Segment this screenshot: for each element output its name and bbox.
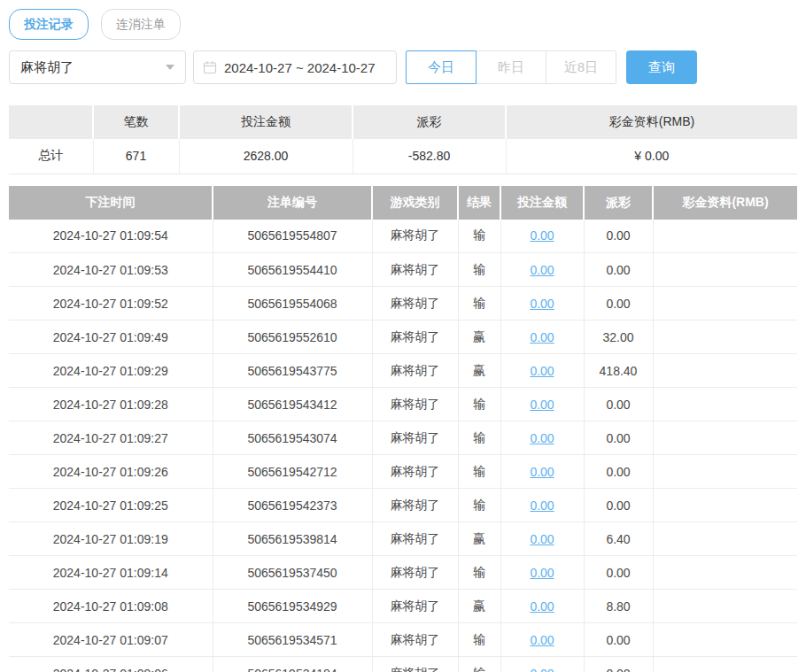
bet-amount-cell: 0.00	[500, 287, 584, 321]
payout-cell: 0.00	[584, 421, 653, 455]
order-id-cell: 5065619543775	[213, 354, 372, 388]
payout-cell: 0.00	[584, 556, 653, 590]
bonus-cell	[653, 489, 797, 522]
table-row: 2024-10-27 01:09:52 5065619554068 麻将胡了 输…	[9, 287, 797, 321]
bonus-cell	[653, 388, 797, 421]
table-row: 2024-10-27 01:09:14 5065619537450 麻将胡了 输…	[9, 556, 797, 590]
bet-amount-link[interactable]: 0.00	[530, 297, 554, 311]
payout-cell: 6.40	[584, 522, 653, 556]
bet-amount-link[interactable]: 0.00	[530, 228, 554, 243]
bonus-cell	[653, 522, 797, 556]
bet-time-cell: 2024-10-27 01:09:53	[9, 253, 213, 287]
result-cell: 输	[458, 623, 500, 657]
table-row: 2024-10-27 01:09:54 5065619554807 麻将胡了 输…	[9, 220, 797, 253]
result-cell: 输	[458, 489, 500, 522]
bet-amount-cell: 0.00	[500, 556, 584, 590]
game-select[interactable]: 麻将胡了	[9, 50, 186, 84]
summary-header-count: 笔数	[93, 105, 179, 139]
game-type-cell: 麻将胡了	[372, 455, 458, 489]
bet-amount-link[interactable]: 0.00	[530, 431, 554, 445]
bet-amount-link[interactable]: 0.00	[530, 633, 554, 647]
bet-time-cell: 2024-10-27 01:09:14	[9, 556, 213, 590]
bet-amount-link[interactable]: 0.00	[530, 465, 554, 479]
header-payout: 派彩	[584, 186, 653, 220]
last-8-days-button[interactable]: 近8日	[546, 50, 616, 84]
bonus-cell	[653, 321, 797, 354]
game-type-cell: 麻将胡了	[372, 253, 458, 287]
bonus-cell	[653, 354, 797, 388]
payout-cell: 0.00	[584, 657, 653, 672]
date-range-input[interactable]: 2024-10-27 ~ 2024-10-27	[193, 50, 397, 84]
header-game-type: 游戏类别	[372, 186, 458, 220]
bonus-cell	[653, 623, 797, 657]
game-type-cell: 麻将胡了	[372, 590, 458, 623]
query-button[interactable]: 查询	[626, 50, 697, 84]
bet-amount-link[interactable]: 0.00	[530, 599, 554, 614]
summary-bet-amount-value: 2628.00	[179, 139, 353, 174]
result-cell: 输	[458, 421, 500, 455]
top-tabs: 投注记录 连消注单	[9, 9, 797, 40]
today-button[interactable]: 今日	[406, 50, 477, 84]
summary-bonus-value: ¥ 0.00	[506, 139, 797, 174]
payout-cell: 8.80	[584, 590, 653, 623]
result-cell: 输	[458, 556, 500, 590]
table-row: 2024-10-27 01:09:27 5065619543074 麻将胡了 输…	[9, 421, 797, 455]
bet-amount-link[interactable]: 0.00	[530, 498, 554, 513]
payout-cell: 32.00	[584, 321, 653, 354]
bet-amount-cell: 0.00	[500, 354, 584, 388]
bet-time-cell: 2024-10-27 01:09:08	[9, 590, 213, 623]
bet-time-cell: 2024-10-27 01:09:52	[9, 287, 213, 321]
bet-time-cell: 2024-10-27 01:09:25	[9, 489, 213, 522]
bet-amount-cell: 0.00	[500, 489, 584, 522]
bet-amount-link[interactable]: 0.00	[530, 532, 554, 546]
result-cell: 输	[458, 388, 500, 421]
bonus-cell	[653, 455, 797, 489]
bet-amount-cell: 0.00	[500, 388, 584, 421]
order-id-cell: 5065619539814	[213, 522, 372, 556]
tab-cancelled-orders[interactable]: 连消注单	[101, 9, 181, 39]
table-row: 2024-10-27 01:09:49 5065619552610 麻将胡了 赢…	[9, 321, 797, 354]
bet-time-cell: 2024-10-27 01:09:28	[9, 388, 213, 421]
game-type-cell: 麻将胡了	[372, 623, 458, 657]
order-id-cell: 5065619534929	[213, 590, 372, 623]
filter-bar: 麻将胡了 2024-10-27 ~ 2024-10-27 今日 昨日 近8日 查…	[9, 50, 797, 84]
bet-amount-cell: 0.00	[500, 455, 584, 489]
header-bonus: 彩金资料(RMB)	[653, 186, 797, 220]
bet-amount-link[interactable]: 0.00	[530, 330, 554, 344]
bet-time-cell: 2024-10-27 01:09:06	[9, 657, 213, 672]
bet-amount-link[interactable]: 0.00	[530, 566, 554, 580]
tab-bet-records[interactable]: 投注记录	[9, 9, 89, 39]
quick-range-group: 今日 昨日 近8日	[406, 50, 616, 84]
game-type-cell: 麻将胡了	[372, 522, 458, 556]
bet-amount-link[interactable]: 0.00	[530, 364, 554, 378]
bet-amount-link[interactable]: 0.00	[530, 667, 554, 672]
yesterday-button[interactable]: 昨日	[476, 50, 546, 84]
bet-amount-link[interactable]: 0.00	[530, 263, 554, 277]
bet-amount-link[interactable]: 0.00	[530, 398, 554, 412]
bet-records-page: 投注记录 连消注单 麻将胡了 2024-10-27 ~ 2024-10-27 今…	[0, 0, 806, 672]
table-row: 2024-10-27 01:09:25 5065619542373 麻将胡了 输…	[9, 489, 797, 522]
bet-time-cell: 2024-10-27 01:09:54	[9, 220, 213, 253]
result-cell: 赢	[458, 522, 500, 556]
header-order-id: 注单编号	[213, 186, 372, 220]
summary-payout-value: -582.80	[353, 139, 506, 174]
bonus-cell	[653, 421, 797, 455]
summary-header-empty	[9, 105, 93, 139]
payout-cell: 0.00	[584, 220, 653, 253]
table-row: 2024-10-27 01:09:19 5065619539814 麻将胡了 赢…	[9, 522, 797, 556]
bet-amount-cell: 0.00	[500, 421, 584, 455]
bonus-cell	[653, 657, 797, 672]
bet-amount-cell: 0.00	[500, 623, 584, 657]
bet-time-cell: 2024-10-27 01:09:26	[9, 455, 213, 489]
game-type-cell: 麻将胡了	[372, 354, 458, 388]
game-type-cell: 麻将胡了	[372, 421, 458, 455]
payout-cell: 0.00	[584, 253, 653, 287]
payout-cell: 0.00	[584, 388, 653, 421]
order-id-cell: 5065619552610	[213, 321, 372, 354]
bet-time-cell: 2024-10-27 01:09:07	[9, 623, 213, 657]
order-id-cell: 5065619554410	[213, 253, 372, 287]
order-id-cell: 5065619537450	[213, 556, 372, 590]
chevron-down-icon	[166, 65, 174, 70]
result-cell: 输	[458, 253, 500, 287]
table-row: 2024-10-27 01:09:28 5065619543412 麻将胡了 输…	[9, 388, 797, 421]
